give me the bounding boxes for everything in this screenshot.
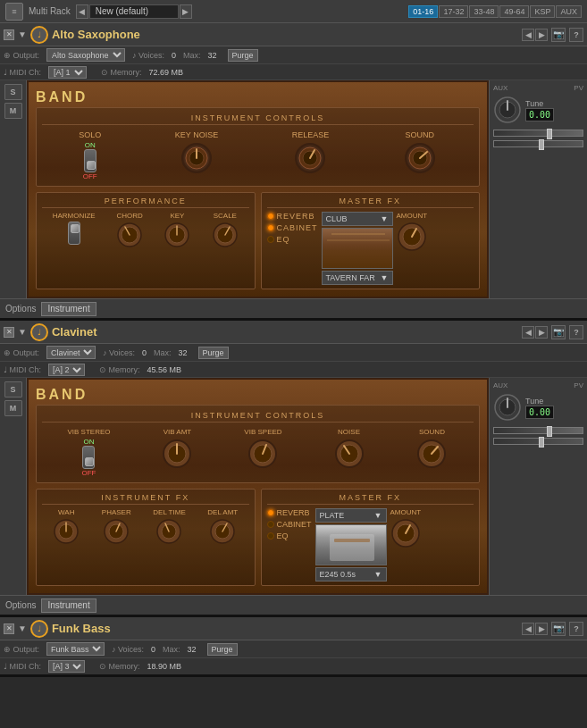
close-btn-funk-bass[interactable]: ✕	[4, 623, 14, 634]
performance-title: PERFORMANCE	[42, 197, 249, 208]
del-amt-knob[interactable]	[209, 518, 236, 545]
clavinet-collapse[interactable]: ▼	[18, 327, 27, 337]
tune-knob-clav[interactable]	[493, 393, 522, 422]
funk-bass-nav: ◀ ▶	[522, 623, 548, 635]
clavinet-arrow-left[interactable]: ◀	[522, 326, 534, 339]
options-tab[interactable]: Options	[5, 304, 36, 314]
scale-knob[interactable]	[212, 222, 239, 248]
reverb-label: REVERB	[277, 212, 315, 221]
preset-arrow-left[interactable]: ◀	[76, 4, 88, 19]
harmonize-toggle[interactable]	[68, 222, 80, 245]
funk-bass-icon: ♩	[30, 620, 48, 638]
midi-select-alto-sax[interactable]: [A] 1	[48, 66, 87, 79]
output-select-alto-sax[interactable]: Alto Saxophone	[46, 48, 125, 62]
eq-btn-clav[interactable]: EQ	[267, 531, 312, 540]
clavinet-arrow-right[interactable]: ▶	[535, 326, 548, 339]
camera-btn[interactable]: 📷	[551, 28, 566, 42]
phaser-knob[interactable]	[103, 518, 130, 545]
amount-knob[interactable]	[397, 222, 427, 252]
output-row-funk-bass: ⊕ Output: Funk Bass ♪ Voices: 0 Max: 32 …	[0, 640, 587, 658]
midi-row-clavinet: ♩ MIDI Ch: [A] 2 ⊙ Memory: 45.56 MB	[0, 362, 587, 378]
purge-btn-clavinet[interactable]: Purge	[198, 347, 229, 359]
plate-select[interactable]: PLATE▼	[315, 508, 387, 523]
vol-slider-clav[interactable]	[493, 427, 583, 434]
key-knob[interactable]	[164, 222, 190, 248]
inst-fx-box: INSTRUMENT FX WAH P	[36, 489, 256, 586]
range-tab-01-16[interactable]: 01-16	[408, 5, 438, 18]
cabinet-btn-alto-sax[interactable]: CABINET	[267, 223, 318, 232]
cabinet-btn-clav[interactable]: CABINET	[267, 520, 312, 529]
solo-btn-side[interactable]: S	[4, 84, 22, 100]
mute-btn-side[interactable]: M	[4, 103, 22, 119]
midi-select-funk-bass[interactable]: [A] 3	[48, 660, 85, 673]
range-tab-33-48[interactable]: 33-48	[469, 5, 499, 18]
vol-slider-alto-sax[interactable]	[493, 130, 583, 137]
harmonize-label: HARMONIZE	[53, 212, 96, 220]
pan-slider-clav[interactable]	[493, 438, 583, 445]
funk-bass-camera[interactable]: 📷	[551, 622, 566, 636]
range-tab-17-32[interactable]: 17-32	[439, 5, 468, 18]
clavinet-nav: ◀ ▶	[522, 326, 548, 339]
pan-slider-alto-sax[interactable]	[493, 140, 583, 147]
clavinet-icon: ♩	[30, 323, 48, 341]
amount-knob-clav[interactable]	[390, 518, 421, 548]
vib-stereo-toggle[interactable]: ON OFF	[81, 438, 96, 477]
output-select-clavinet[interactable]: Clavinet	[46, 346, 96, 359]
e245-select[interactable]: E245 0.5s▼	[315, 567, 387, 582]
inst-arrow-right[interactable]: ▶	[535, 29, 548, 41]
tavern-far-select[interactable]: TAVERN FAR▼	[322, 271, 393, 285]
inst-nav-arrows: ◀ ▶	[522, 29, 548, 41]
solo-btn-clav[interactable]: S	[4, 381, 22, 397]
clavinet-camera[interactable]: 📷	[551, 325, 566, 339]
reverb-btn-alto-sax[interactable]: REVERB	[267, 212, 318, 221]
reverb-btn-clav[interactable]: REVERB	[267, 508, 312, 517]
inst-arrow-left[interactable]: ◀	[522, 29, 534, 41]
solo-toggle[interactable]: ON OFF	[83, 141, 97, 180]
reverb-select-club[interactable]: CLUB▼	[322, 212, 393, 226]
funk-bass-collapse[interactable]: ▼	[18, 623, 27, 633]
noise-knob[interactable]	[333, 438, 365, 470]
solo-knob-label: SOLO	[79, 130, 101, 139]
funk-bass-arrow-left[interactable]: ◀	[522, 623, 534, 635]
clavinet-info[interactable]: ?	[569, 325, 583, 339]
purge-btn-alto-sax[interactable]: Purge	[228, 49, 258, 62]
output-row-clavinet: ⊕ Output: Clavinet ♪ Voices: 0 Max: 32 P…	[0, 344, 587, 362]
wah-knob[interactable]	[53, 518, 80, 545]
funk-bass-info[interactable]: ?	[569, 622, 583, 636]
key-noise-knob[interactable]	[180, 141, 214, 175]
midi-row-alto-sax: ♩ MIDI Ch: [A] 1 ⊙ Memory: 72.69 MB	[0, 64, 587, 80]
range-tab-49-64[interactable]: 49-64	[499, 5, 529, 18]
instrument-funk-bass: ✕ ▼ ♩ Funk Bass ◀ ▶ 📷 ? ⊕ Output: Funk B…	[0, 617, 587, 677]
range-tab-aux[interactable]: AUX	[556, 5, 582, 18]
vib-stereo-group: VIB STEREO ON OFF	[67, 428, 110, 477]
clav-sound-knob[interactable]	[415, 438, 448, 470]
tune-knob-right[interactable]	[493, 96, 522, 124]
eq-btn-alto-sax[interactable]: EQ	[267, 235, 318, 244]
side-panel-alto-sax: S M	[0, 80, 27, 298]
amount-label: AMOUNT	[397, 212, 428, 220]
range-tab-ksp[interactable]: KSP	[530, 5, 555, 18]
instrument-tab-clav[interactable]: Instrument	[41, 598, 96, 613]
output-select-funk-bass[interactable]: Funk Bass	[46, 642, 105, 656]
release-knob[interactable]	[293, 141, 327, 175]
output-row-alto-sax: ⊕ Output: Alto Saxophone ♪ Voices: 0 Max…	[0, 46, 587, 64]
inst-collapse-arrow[interactable]: ▼	[18, 29, 27, 39]
close-btn-clavinet[interactable]: ✕	[4, 327, 14, 338]
info-btn[interactable]: ?	[569, 28, 583, 42]
close-btn-alto-sax[interactable]: ✕	[4, 29, 14, 40]
options-tab-clav[interactable]: Options	[5, 600, 36, 610]
mute-btn-clav[interactable]: M	[4, 400, 22, 416]
preset-name[interactable]: New (default)	[89, 4, 179, 19]
instrument-tab[interactable]: Instrument	[41, 302, 96, 316]
del-time-knob[interactable]	[155, 518, 182, 545]
purge-btn-funk-bass[interactable]: Purge	[207, 643, 238, 656]
chord-knob[interactable]	[116, 222, 143, 248]
preset-arrow-right[interactable]: ▶	[180, 4, 192, 19]
midi-select-clavinet[interactable]: [A] 2	[48, 364, 85, 376]
voices-label: ♪ Voices:	[132, 51, 164, 60]
funk-bass-arrow-right[interactable]: ▶	[535, 623, 548, 635]
sound-knob[interactable]	[403, 141, 437, 175]
vib-amt-knob[interactable]	[161, 438, 193, 470]
inst-header-alto-sax: ✕ ▼ ♩ Alto Saxophone ◀ ▶ 📷 ?	[0, 23, 587, 46]
vib-speed-knob[interactable]	[247, 438, 279, 470]
